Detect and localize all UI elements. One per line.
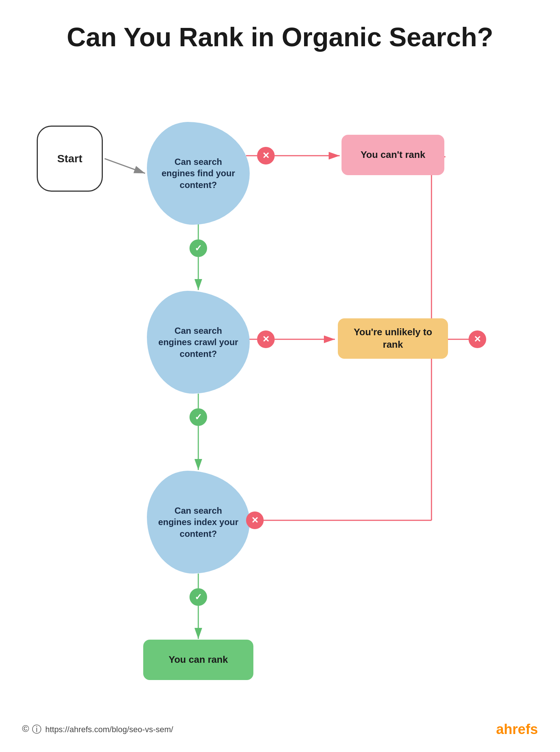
question-node-3: Can search engines index your content? — [147, 471, 250, 574]
footer: © ⓘ https://ahrefs.com/blog/seo-vs-sem/ … — [0, 722, 560, 737]
start-node: Start — [37, 126, 103, 192]
x-circle-4: ✕ — [246, 511, 264, 529]
footer-url: https://ahrefs.com/blog/seo-vs-sem/ — [45, 725, 173, 734]
q2-shape: Can search engines crawl your content? — [147, 291, 250, 394]
check-circle-2: ✓ — [189, 408, 207, 426]
cant-rank-label: You can't rank — [361, 149, 425, 161]
check-circle-3: ✓ — [189, 588, 207, 606]
x-circle-3: ✕ — [469, 330, 486, 348]
q3-label: Can search engines index your content? — [158, 505, 239, 539]
ahrefs-logo: ahrefs — [496, 722, 538, 737]
info-icon: ⓘ — [32, 723, 41, 736]
cc-icon: © — [22, 723, 29, 736]
question-node-1: Can search engines find your content? — [147, 122, 250, 225]
result-unlikely-rank: You're unlikely to rank — [338, 318, 448, 359]
page-title: Can You Rank in Organic Search? — [0, 0, 560, 74]
footer-left: © ⓘ https://ahrefs.com/blog/seo-vs-sem/ — [22, 723, 173, 736]
q1-label: Can search engines find your content? — [158, 156, 239, 191]
q3-shape: Can search engines index your content? — [147, 471, 250, 574]
footer-icons: © ⓘ — [22, 723, 41, 736]
diagram-area: Start Can search engines find your conte… — [0, 74, 560, 735]
check-circle-1: ✓ — [189, 239, 207, 257]
question-node-2: Can search engines crawl your content? — [147, 291, 250, 394]
x-circle-2: ✕ — [257, 330, 275, 348]
q1-shape: Can search engines find your content? — [147, 122, 250, 225]
result-can-rank: You can rank — [143, 640, 253, 680]
q2-label: Can search engines crawl your content? — [158, 325, 239, 359]
svg-line-3 — [105, 159, 145, 173]
result-cant-rank: You can't rank — [342, 135, 444, 175]
start-label: Start — [57, 152, 82, 165]
x-circle-1: ✕ — [257, 147, 275, 164]
can-rank-label: You can rank — [169, 654, 228, 666]
unlikely-rank-label: You're unlikely to rank — [349, 326, 437, 351]
